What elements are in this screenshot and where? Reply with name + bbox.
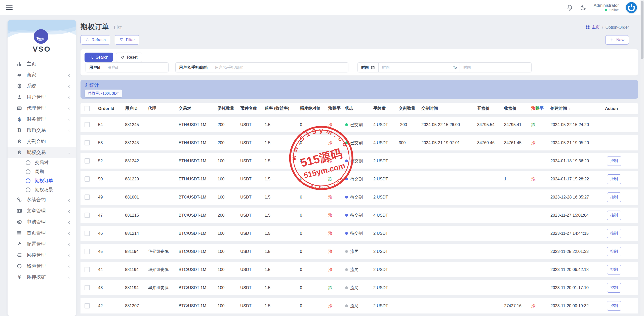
search-button[interactable]: Search bbox=[85, 53, 113, 62]
fee-cell: 4 USDT bbox=[371, 213, 396, 218]
breadcrumb-home-link[interactable]: 主页 bbox=[586, 25, 600, 30]
sidebar-item-9[interactable]: 永续合约 bbox=[8, 194, 76, 205]
table-row-47: 47881215BTC/USDT-1M200USDT1.50涨待交割4 USDT… bbox=[80, 208, 638, 223]
select-all-checkbox[interactable] bbox=[85, 106, 90, 111]
direction-cell: 涨 bbox=[326, 249, 343, 254]
row-checkbox[interactable] bbox=[85, 122, 90, 127]
sidebar-subitem-8-2[interactable]: 期权订单 bbox=[8, 176, 76, 185]
column-header-16[interactable]: 创建时间↑ bbox=[548, 106, 602, 111]
calendar-icon bbox=[371, 65, 375, 69]
table-row-49: 49881001BTC/USDT-1M100USDT1.50涨待交割2 USDT… bbox=[80, 189, 638, 205]
pair-cell: BTC/USDT-1M bbox=[176, 213, 215, 218]
sidebar-item-10[interactable]: 文章管理 bbox=[8, 205, 76, 216]
sidebar-item-0[interactable]: 主页 bbox=[8, 58, 76, 69]
sidebar-item-8[interactable]: B期权交易 bbox=[8, 147, 76, 158]
chevron-left-icon bbox=[67, 242, 71, 246]
created-cell: 2024-05-21 19:05:20 bbox=[548, 140, 602, 145]
row-checkbox[interactable] bbox=[85, 231, 90, 236]
control-button[interactable]: 控制 bbox=[607, 192, 621, 202]
row-checkbox[interactable] bbox=[85, 140, 90, 145]
control-button[interactable]: 控制 bbox=[607, 229, 621, 238]
user-name-input[interactable]: 用户名/手机/邮箱 bbox=[211, 63, 348, 72]
order-id-cell: 49 bbox=[96, 195, 123, 200]
sidebar-item-11[interactable]: 申购管理 bbox=[8, 216, 76, 227]
settle-qty-cell: -200 bbox=[396, 122, 419, 127]
user-id-input[interactable]: 用户id bbox=[104, 63, 168, 72]
user-status: Online bbox=[594, 8, 619, 13]
action-cell: 控制 bbox=[602, 156, 638, 166]
handshake-icon bbox=[17, 72, 22, 78]
sidebar-item-1[interactable]: 商家 bbox=[8, 69, 76, 81]
control-button[interactable]: 控制 bbox=[607, 211, 621, 220]
control-button[interactable]: 控制 bbox=[607, 156, 621, 166]
sidebar-item-16[interactable]: ¥质押挖矿 bbox=[8, 272, 76, 283]
sort-arrow-icon: ↑ bbox=[116, 106, 118, 110]
new-button[interactable]: New bbox=[605, 35, 629, 45]
settle-time-cell: 2024-05-22 15:26:00 bbox=[419, 122, 475, 127]
user-block[interactable]: Administrator Online bbox=[594, 3, 619, 13]
column-header-0[interactable]: Order Id↑ bbox=[96, 106, 123, 111]
sidebar-item-2[interactable]: 系统 bbox=[8, 81, 76, 92]
control-button[interactable]: 控制 bbox=[607, 283, 621, 293]
refresh-button[interactable]: Refresh bbox=[80, 35, 110, 45]
amount-cell: 100 bbox=[215, 285, 238, 290]
bell-icon[interactable] bbox=[567, 4, 573, 11]
svg-text:B: B bbox=[18, 150, 21, 155]
row-checkbox[interactable] bbox=[85, 249, 90, 254]
sidebar-subitem-8-3[interactable]: 期权场景 bbox=[8, 185, 76, 194]
checkbox-cell bbox=[80, 140, 96, 145]
control-button[interactable]: 控制 bbox=[607, 265, 621, 274]
status-dot-icon bbox=[345, 286, 348, 289]
table-row-45: 45881194华昇组丧彪BTC/USDT-1M100USDT1.50涨流局2 … bbox=[80, 244, 638, 259]
time-to-input[interactable]: 时间 bbox=[460, 63, 531, 72]
sidebar-item-12[interactable]: 首页管理 bbox=[8, 227, 76, 239]
order-id-cell: 44 bbox=[96, 267, 123, 272]
pair-cell: BTC/USDT-1M bbox=[176, 285, 215, 290]
checkbox-cell bbox=[80, 267, 96, 272]
sidebar-item-label: 钱包管理 bbox=[27, 263, 46, 269]
status-cell: 流局 bbox=[343, 285, 371, 291]
sidebar-item-14[interactable]: 风控管理 bbox=[8, 250, 76, 261]
radio-circle-icon bbox=[26, 160, 30, 165]
dark-mode-moon-icon[interactable] bbox=[580, 4, 587, 11]
refresh-icon bbox=[85, 38, 89, 42]
row-checkbox[interactable] bbox=[85, 176, 90, 182]
status-dot-icon bbox=[345, 214, 348, 217]
scrollbar-thumb[interactable] bbox=[641, 1, 643, 59]
sidebar-item-15[interactable]: 钱包管理 bbox=[8, 261, 76, 272]
life-ring-icon bbox=[17, 219, 22, 225]
row-checkbox[interactable] bbox=[85, 213, 90, 218]
order-id-cell: 53 bbox=[96, 140, 123, 145]
odds-cell: 1.5 bbox=[262, 267, 297, 272]
gear-icon bbox=[17, 83, 22, 89]
column-header-9: 状态 bbox=[343, 106, 371, 111]
filter-button[interactable]: Filter bbox=[115, 35, 139, 45]
row-checkbox[interactable] bbox=[85, 158, 90, 164]
vso-logo-icon[interactable] bbox=[34, 29, 48, 44]
odds-cell: 1.5 bbox=[262, 231, 297, 236]
sidebar-subitem-8-0[interactable]: 交易对 bbox=[8, 158, 76, 167]
avatar[interactable] bbox=[626, 2, 637, 13]
time-from-input[interactable]: 时间 bbox=[379, 63, 450, 72]
sidebar-item-13[interactable]: 配置管理 bbox=[8, 239, 76, 250]
sidebar-item-5[interactable]: $财务管理 bbox=[8, 114, 76, 125]
table-row-42: 42881207BTC/USDT-1M100USDT1.50涨流局2 USDT2… bbox=[80, 298, 638, 313]
user-id-cell: 881194 bbox=[123, 267, 145, 272]
control-button[interactable]: 控制 bbox=[607, 174, 621, 184]
row-checkbox[interactable] bbox=[85, 267, 90, 272]
odds-cell: 1.5 bbox=[262, 159, 297, 163]
reset-button[interactable]: Reset bbox=[116, 53, 142, 62]
sidebar-item-4[interactable]: 代理管理 bbox=[8, 103, 76, 114]
row-checkbox[interactable] bbox=[85, 194, 90, 200]
sidebar-item-7[interactable]: B交割合约 bbox=[8, 136, 76, 147]
sidebar-subitem-8-1[interactable]: 周期 bbox=[8, 167, 76, 176]
row-checkbox[interactable] bbox=[85, 285, 90, 290]
hamburger-menu-icon[interactable] bbox=[6, 5, 13, 10]
sidebar-item-6[interactable]: B币币交易 bbox=[8, 125, 76, 136]
control-button[interactable]: 控制 bbox=[607, 247, 621, 256]
sidebar-item-3[interactable]: 用户管理 bbox=[8, 92, 76, 103]
row-checkbox[interactable] bbox=[85, 303, 90, 308]
control-button[interactable]: 控制 bbox=[607, 301, 621, 311]
settle-time-cell: 2024-05-21 19:07:01 bbox=[419, 140, 475, 145]
scrollbar-track[interactable] bbox=[640, 0, 644, 316]
